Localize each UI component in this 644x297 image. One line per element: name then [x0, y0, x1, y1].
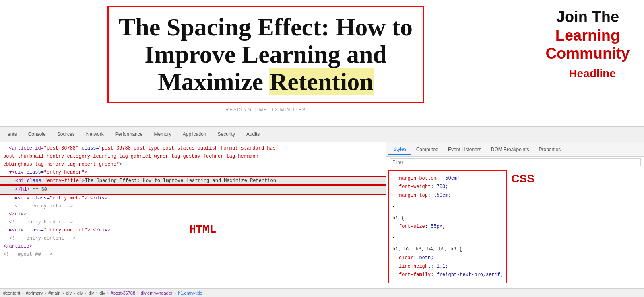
breadcrumb-post[interactable]: #post-36788 — [111, 291, 135, 295]
html-line-8: <!-- .entry-meta --> — [0, 202, 386, 210]
headline-part3-pre: Maximize — [158, 68, 269, 95]
headline-part1: The Spacing Effect: How to — [119, 13, 413, 41]
html-line-13: </article> — [0, 242, 386, 250]
styles-tabs: Styles Computed Event Listeners DOM Brea… — [386, 142, 644, 157]
breadcrumb-sep-5: › — [85, 291, 87, 295]
html-line-6: </h1> == $0 — [0, 185, 386, 194]
headline-label: Headline — [543, 67, 632, 80]
tab-security[interactable]: Security — [212, 128, 241, 141]
devtools-body: <article id="post-36788" class="post-367… — [0, 142, 644, 288]
breadcrumb-div2[interactable]: div — [77, 291, 83, 295]
join-line2: Learning — [543, 27, 632, 45]
devtools-panel: ents Console Sources Network Performance… — [0, 127, 644, 297]
article-headline-box: The Spacing Effect: How to Improve Learn… — [107, 6, 424, 103]
reading-time: READING TIME: 12 MINUTES — [225, 107, 306, 113]
css-selector-headings: h1, h2, h3, h4, h5, h6 { — [392, 245, 503, 254]
webpage-content: The Spacing Effect: How to Improve Learn… — [0, 0, 531, 126]
html-line-3: ebbinghaus tag-memory tag-robert-greene"… — [0, 160, 386, 168]
breadcrumb-primary[interactable]: #primary — [26, 291, 43, 295]
css-line-line-height: line-height: 1.1; — [392, 262, 503, 271]
breadcrumb-sep-8: › — [137, 291, 139, 295]
html-line-7: ▶<div class="entry-meta">…</div> — [0, 194, 386, 202]
breadcrumb-div3[interactable]: div — [88, 291, 94, 295]
tab-event-listeners[interactable]: Event Listeners — [443, 144, 486, 155]
html-line-1: <article id="post-36788" class="post-367… — [0, 144, 386, 152]
breadcrumb-sep-7: › — [107, 291, 109, 295]
webpage-area: The Spacing Effect: How to Improve Learn… — [0, 0, 644, 127]
html-line-14: <!-- #post-## --> — [0, 250, 386, 258]
tab-network[interactable]: Network — [80, 128, 109, 141]
tab-properties[interactable]: Properties — [534, 144, 566, 155]
tab-styles[interactable]: Styles — [388, 144, 411, 155]
article-headline: The Spacing Effect: How to Improve Learn… — [119, 13, 413, 96]
join-line3: Community — [543, 45, 632, 63]
styles-panel: Styles Computed Event Listeners DOM Brea… — [386, 142, 644, 288]
breadcrumb-bar: #content › #primary › #main › div › div … — [0, 288, 644, 297]
sidebar-join: Join The Learning Community Headline — [531, 0, 644, 126]
css-line-clear: clear: both; — [392, 254, 503, 262]
css-line-font-family: font-family: freight-text-pro,serif; — [392, 271, 503, 279]
devtools-tabs: ents Console Sources Network Performance… — [0, 127, 644, 142]
html-line-9: </div> — [0, 210, 386, 218]
css-content: margin-bottom: .50em; font-weight: 700; … — [388, 170, 507, 283]
breadcrumb-entry-header[interactable]: div.entry-header — [141, 291, 173, 295]
breadcrumb-sep-2: › — [45, 291, 47, 295]
tab-performance[interactable]: Performance — [109, 128, 149, 141]
css-line-font-weight: font-weight: 700; — [392, 183, 503, 191]
breadcrumb-sep-9: › — [174, 291, 176, 295]
filter-input[interactable] — [390, 158, 641, 166]
tab-console[interactable]: Console — [23, 128, 52, 141]
breadcrumb-div1[interactable]: div — [66, 291, 72, 295]
breadcrumb-content[interactable]: #content — [3, 291, 20, 295]
tab-computed[interactable]: Computed — [411, 144, 443, 155]
styles-filter — [386, 157, 644, 168]
tab-audits[interactable]: Audits — [241, 128, 265, 141]
tab-memory[interactable]: Memory — [148, 128, 177, 141]
css-label: CSS — [509, 168, 537, 189]
css-selector-h1: h1 { — [392, 214, 503, 223]
breadcrumb-sep-3: › — [62, 291, 64, 295]
tab-dom-breakpoints[interactable]: DOM Breakpoints — [486, 144, 534, 155]
tab-sources[interactable]: Sources — [52, 128, 80, 141]
join-line1: Join The — [543, 8, 632, 27]
breadcrumb-div4[interactable]: div — [99, 291, 105, 295]
breadcrumb-sep-6: › — [96, 291, 98, 295]
css-close-2: } — [392, 231, 503, 240]
css-line-font-size: font-size: 55px; — [392, 223, 503, 231]
html-line-5-selected[interactable]: <h1 class="entry-title">The Spacing Effe… — [0, 176, 386, 185]
breadcrumb-main[interactable]: #main — [48, 291, 60, 295]
html-panel: <article id="post-36788" class="post-367… — [0, 142, 386, 288]
breadcrumb-sep-4: › — [74, 291, 75, 295]
html-line-2: post-thumbnail hentry category-learning … — [0, 152, 386, 160]
css-close-1: } — [392, 200, 503, 209]
html-label: HTML — [189, 223, 216, 236]
article-section: The Spacing Effect: How to Improve Learn… — [91, 4, 441, 113]
breadcrumb-sep-1: › — [22, 291, 24, 295]
css-line-margin-top: margin-top: .50em; — [392, 191, 503, 200]
html-line-4: ▼<div class="entry-header"> — [0, 168, 386, 176]
breadcrumb-h1[interactable]: h1.entry-title — [178, 291, 202, 295]
headline-part2: Improve Learning and — [144, 41, 387, 68]
tab-application[interactable]: Application — [177, 128, 212, 141]
tab-elements[interactable]: ents — [2, 128, 23, 141]
headline-highlight: Retention — [269, 68, 373, 95]
css-block-1: margin-bottom: .50em; — [392, 174, 503, 183]
